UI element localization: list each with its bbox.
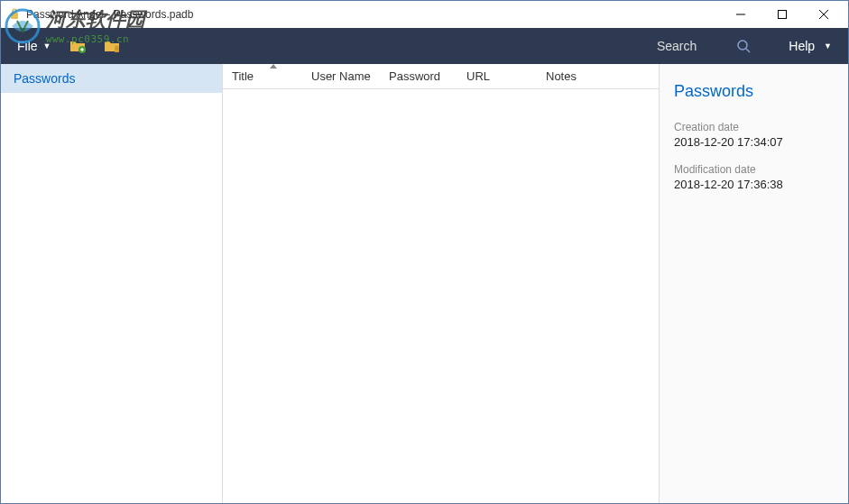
maximize-button[interactable] xyxy=(761,1,803,28)
column-header-notes[interactable]: Notes xyxy=(537,66,659,87)
new-folder-icon[interactable] xyxy=(67,35,88,57)
svg-point-12 xyxy=(738,41,747,50)
sidebar-item-passwords[interactable]: Passwords xyxy=(1,64,222,93)
close-button[interactable] xyxy=(803,1,844,28)
details-panel: Passwords Creation date 2018-12-20 17:34… xyxy=(659,64,848,503)
content-area: Passwords Title User Name Password URL N… xyxy=(1,64,848,503)
search-label[interactable]: Search xyxy=(657,39,697,53)
creation-date-label: Creation date xyxy=(674,121,834,133)
main-panel: Title User Name Password URL Notes xyxy=(223,64,659,503)
svg-line-13 xyxy=(746,49,750,52)
column-header-title[interactable]: Title xyxy=(223,66,302,87)
folder-lock-icon[interactable] xyxy=(101,35,123,57)
modification-date-label: Modification date xyxy=(674,163,834,176)
chevron-down-icon: ▼ xyxy=(43,41,51,50)
app-icon xyxy=(8,8,21,21)
table-header: Title User Name Password URL Notes xyxy=(223,64,659,89)
sidebar-item-label: Passwords xyxy=(14,71,75,86)
help-menu-label: Help xyxy=(789,39,815,53)
search-icon[interactable] xyxy=(733,35,754,57)
file-menu[interactable]: File ▼ xyxy=(10,35,58,57)
column-header-password[interactable]: Password xyxy=(380,66,457,87)
column-header-username[interactable]: User Name xyxy=(302,66,380,87)
creation-date-value: 2018-12-20 17:34:07 xyxy=(674,135,834,149)
help-menu[interactable]: Help ▼ xyxy=(781,35,839,57)
svg-rect-4 xyxy=(779,11,787,19)
file-menu-label: File xyxy=(17,39,38,53)
chevron-down-icon: ▼ xyxy=(824,41,832,50)
modification-date-value: 2018-12-20 17:36:38 xyxy=(674,178,834,191)
window-titlebar: Password Angel - Passwords.padb xyxy=(1,1,848,28)
minimize-button[interactable] xyxy=(720,1,761,28)
main-toolbar: File ▼ Search Help ▼ xyxy=(1,28,848,64)
window-title: Password Angel - Passwords.padb xyxy=(26,8,720,21)
svg-rect-2 xyxy=(11,13,18,19)
sidebar: Passwords xyxy=(1,64,223,503)
details-title: Passwords xyxy=(674,82,834,101)
column-header-url[interactable]: URL xyxy=(457,66,537,87)
